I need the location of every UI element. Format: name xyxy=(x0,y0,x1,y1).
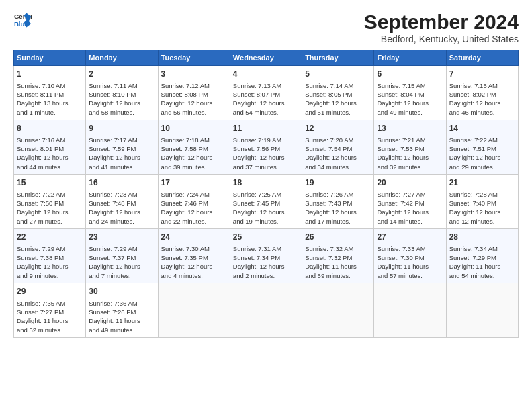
day-detail: Sunset: 7:35 PM xyxy=(161,253,227,262)
day-number: 22 xyxy=(17,232,83,243)
day-detail: Sunset: 7:40 PM xyxy=(449,199,515,208)
day-detail: Sunset: 7:38 PM xyxy=(17,253,83,262)
calendar-cell: 20Sunrise: 7:27 AMSunset: 7:42 PMDayligh… xyxy=(374,174,446,228)
day-detail: Sunrise: 7:18 AM xyxy=(161,136,227,144)
day-detail: Sunset: 7:46 PM xyxy=(161,199,227,208)
day-number: 18 xyxy=(233,177,299,189)
col-monday: Monday xyxy=(86,50,158,66)
day-number: 29 xyxy=(17,286,83,298)
day-number: 21 xyxy=(449,177,515,189)
day-detail: and 17 minutes. xyxy=(305,217,371,226)
day-detail: Daylight: 12 hours xyxy=(377,208,443,216)
logo-icon: General Blue xyxy=(13,11,32,30)
day-detail: and 4 minutes. xyxy=(161,271,227,280)
day-detail: Sunrise: 7:32 AM xyxy=(305,244,371,253)
day-detail: Daylight: 12 hours xyxy=(233,262,299,271)
day-detail: Daylight: 12 hours xyxy=(233,208,299,216)
day-detail: Daylight: 11 hours xyxy=(449,262,515,271)
day-detail: Daylight: 12 hours xyxy=(449,153,515,162)
calendar-cell: 21Sunrise: 7:28 AMSunset: 7:40 PMDayligh… xyxy=(446,174,518,228)
day-number: 2 xyxy=(89,68,154,80)
page: General Blue General Blue September 2024… xyxy=(0,0,532,411)
day-number: 24 xyxy=(161,232,227,243)
day-detail: Sunrise: 7:28 AM xyxy=(449,190,515,199)
day-detail: Sunset: 7:59 PM xyxy=(89,144,154,153)
calendar-cell: 15Sunrise: 7:22 AMSunset: 7:50 PMDayligh… xyxy=(14,174,86,228)
day-detail: and 54 minutes. xyxy=(233,108,299,117)
day-detail: Sunrise: 7:15 AM xyxy=(377,81,443,90)
day-detail: and 22 minutes. xyxy=(161,217,227,226)
day-detail: Sunrise: 7:14 AM xyxy=(305,81,371,90)
calendar-week-1: 1Sunrise: 7:10 AMSunset: 8:11 PMDaylight… xyxy=(14,66,519,120)
day-detail: Sunset: 7:37 PM xyxy=(89,253,154,262)
day-detail: Daylight: 12 hours xyxy=(161,208,227,216)
day-detail: and 59 minutes. xyxy=(305,271,371,280)
calendar-cell: 13Sunrise: 7:21 AMSunset: 7:53 PMDayligh… xyxy=(374,120,446,174)
day-number: 20 xyxy=(377,177,443,189)
calendar-week-2: 8Sunrise: 7:16 AMSunset: 8:01 PMDaylight… xyxy=(14,120,519,174)
day-detail: Daylight: 12 hours xyxy=(305,99,371,107)
day-detail: and 12 minutes. xyxy=(449,217,515,226)
day-detail: Sunset: 8:10 PM xyxy=(89,90,154,99)
day-detail: Daylight: 12 hours xyxy=(305,208,371,216)
day-detail: Daylight: 12 hours xyxy=(89,99,154,107)
day-detail: and 46 minutes. xyxy=(449,108,515,117)
calendar-cell: 8Sunrise: 7:16 AMSunset: 8:01 PMDaylight… xyxy=(14,120,86,174)
calendar-cell xyxy=(230,283,302,337)
day-detail: Sunrise: 7:31 AM xyxy=(233,244,299,253)
day-number: 14 xyxy=(449,123,515,134)
day-detail: Daylight: 12 hours xyxy=(161,153,227,162)
day-detail: Sunrise: 7:22 AM xyxy=(449,136,515,144)
day-detail: and 19 minutes. xyxy=(233,217,299,226)
day-detail: Daylight: 11 hours xyxy=(305,262,371,271)
day-detail: and 9 minutes. xyxy=(17,271,83,280)
col-thursday: Thursday xyxy=(302,50,374,66)
day-detail: Sunset: 7:51 PM xyxy=(449,144,515,153)
day-detail: Sunset: 8:11 PM xyxy=(17,90,83,99)
col-friday: Friday xyxy=(374,50,446,66)
day-number: 5 xyxy=(305,68,371,80)
calendar-title: September 2024 xyxy=(364,11,519,34)
calendar-week-5: 29Sunrise: 7:35 AMSunset: 7:27 PMDayligh… xyxy=(14,283,519,337)
day-detail: Sunset: 7:45 PM xyxy=(233,199,299,208)
day-detail: and 1 minute. xyxy=(17,108,83,117)
day-detail: Sunset: 7:32 PM xyxy=(305,253,371,262)
calendar-cell: 6Sunrise: 7:15 AMSunset: 8:04 PMDaylight… xyxy=(374,66,446,120)
day-number: 30 xyxy=(89,286,154,298)
day-detail: and 49 minutes. xyxy=(89,326,154,334)
calendar-cell xyxy=(158,283,230,337)
day-detail: and 27 minutes. xyxy=(17,217,83,226)
header-row: Sunday Monday Tuesday Wednesday Thursday… xyxy=(14,50,519,66)
calendar-cell: 18Sunrise: 7:25 AMSunset: 7:45 PMDayligh… xyxy=(230,174,302,228)
day-number: 9 xyxy=(89,123,154,134)
calendar-cell: 4Sunrise: 7:13 AMSunset: 8:07 PMDaylight… xyxy=(230,66,302,120)
day-detail: Sunrise: 7:29 AM xyxy=(89,244,154,253)
calendar-cell: 14Sunrise: 7:22 AMSunset: 7:51 PMDayligh… xyxy=(446,120,518,174)
logo: General Blue General Blue xyxy=(13,11,32,30)
day-detail: and 29 minutes. xyxy=(449,163,515,171)
day-detail: Daylight: 12 hours xyxy=(233,153,299,162)
day-detail: Daylight: 11 hours xyxy=(89,316,154,325)
day-detail: Sunrise: 7:36 AM xyxy=(89,299,154,308)
calendar-header: Sunday Monday Tuesday Wednesday Thursday… xyxy=(14,50,519,66)
day-detail: Daylight: 12 hours xyxy=(89,262,154,271)
calendar-week-3: 15Sunrise: 7:22 AMSunset: 7:50 PMDayligh… xyxy=(14,174,519,228)
calendar-cell: 17Sunrise: 7:24 AMSunset: 7:46 PMDayligh… xyxy=(158,174,230,228)
day-detail: Sunrise: 7:27 AM xyxy=(377,190,443,199)
day-number: 3 xyxy=(161,68,227,80)
day-detail: Daylight: 12 hours xyxy=(17,262,83,271)
day-detail: Daylight: 11 hours xyxy=(377,262,443,271)
day-detail: Sunrise: 7:21 AM xyxy=(377,136,443,144)
day-detail: Sunset: 8:02 PM xyxy=(449,90,515,99)
day-detail: Sunset: 7:29 PM xyxy=(449,253,515,262)
day-detail: Sunrise: 7:19 AM xyxy=(233,136,299,144)
day-number: 6 xyxy=(377,68,443,80)
calendar-week-4: 22Sunrise: 7:29 AMSunset: 7:38 PMDayligh… xyxy=(14,228,519,283)
day-number: 10 xyxy=(161,123,227,134)
day-detail: Daylight: 12 hours xyxy=(89,208,154,216)
calendar-table: Sunday Monday Tuesday Wednesday Thursday… xyxy=(13,50,519,338)
calendar-cell: 11Sunrise: 7:19 AMSunset: 7:56 PMDayligh… xyxy=(230,120,302,174)
col-sunday: Sunday xyxy=(14,50,86,66)
calendar-cell: 1Sunrise: 7:10 AMSunset: 8:11 PMDaylight… xyxy=(14,66,86,120)
day-detail: Sunrise: 7:22 AM xyxy=(17,190,83,199)
